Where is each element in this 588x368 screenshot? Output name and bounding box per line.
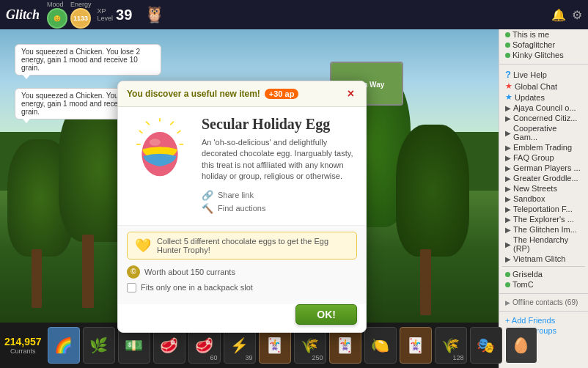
item-slot-9[interactable]: 🍋 [364,327,397,364]
find-auctions-action[interactable]: 🔨 Find auctions [202,203,357,214]
arrow-icon: ▶ [505,205,511,213]
sidebar-item-sofaglitcher[interactable]: Sofaglitcher [502,40,585,50]
quest-icon: 💛 [135,238,151,254]
sidebar-item-explorer[interactable]: ▶ The Explorer's ... [502,214,585,224]
online-dot-icon [505,282,510,287]
sidebar-item-updates[interactable]: ★ Updates [502,92,585,103]
sidebar-item-new-streets[interactable]: ▶ New Streets [502,183,585,194]
modal-header: You discover a useful new item! +30 ap × [118,81,366,107]
settings-icon[interactable]: ⚙ [572,8,582,22]
sidebar-divider-2 [502,266,585,267]
item-icon-13: 🥚 [512,336,530,354]
sidebar-item-global-chat[interactable]: ★ Global Chat [502,81,585,92]
modal-info: Secular Holiday Egg An 'oh-so-delicious'… [202,116,357,216]
checkbox-icon [127,283,136,292]
dot-icon [505,43,510,48]
arrow-icon: ▶ [505,195,511,203]
arrow-icon: ▶ [505,129,511,137]
sidebar-item-ajaya[interactable]: ▶ Ajaya Council o... [502,103,585,113]
sidebar-item-german[interactable]: ▶ German Players ... [502,163,585,173]
sidebar-item-hendarchy[interactable]: ▶ The Hendarchy (RP) [502,235,585,254]
item-icon-11: 🌾 [441,336,460,354]
arrow-icon: ▶ [505,114,511,122]
item-image [127,116,193,182]
item-icon-8: 🃏 [336,336,354,354]
add-friends-item[interactable]: + Add Friends [502,315,585,325]
item-slot-13[interactable]: 🥚 [505,327,537,364]
sidebar-item-tomc[interactable]: TomC [502,279,585,290]
sidebar-item-faq[interactable]: ▶ FAQ Group [502,152,585,163]
level-value: 39 [116,7,132,23]
sidebar-item-live-help[interactable]: ? Live Help [502,68,585,81]
owl-icon: 🦉 [141,1,167,28]
arrow-icon: ▶ [505,226,511,234]
modal-footer: OK! [118,304,366,332]
arrow-icon: ▶ [505,255,511,263]
arrow-icon: ▶ [505,240,511,249]
sidebar-item-emblem[interactable]: ▶ Emblem Trading [502,142,585,152]
item-icon-6: 🃏 [265,336,284,354]
sidebar-item-vietnam[interactable]: ▶ Vietnam Glitch [502,254,585,264]
notification-icon[interactable]: 🔔 [551,8,566,22]
svg-line-3 [146,121,150,125]
sidebar-item-cooperative[interactable]: ▶ Cooperative Gam... [502,123,585,142]
currency-amount: 214,957 [4,336,42,347]
item-count-5: 39 [246,354,253,361]
online-dot-icon [505,272,510,277]
arrow-icon: ▶ [505,164,511,172]
offline-contacts-item[interactable]: ▶ Offline contacts (69) [502,298,585,307]
item-slot-1[interactable]: 🌿 [83,327,115,364]
dot-icon [505,32,510,37]
nav-icons: 🔔 ⚙ [551,8,582,22]
arrow-icon: ▶ [505,216,511,224]
sidebar-item-teleportation[interactable]: ▶ Teleportation F... [502,204,585,214]
modal-bottom: 💛 Collect 5 different chocolate eggs to … [118,225,366,304]
sidebar-item-this-is-me[interactable]: This is me [502,29,585,40]
tree-4 [396,125,455,315]
modal-body: Secular Holiday Egg An 'oh-so-delicious'… [118,107,366,225]
sidebar-item-sandbox[interactable]: ▶ Sandbox [502,194,585,204]
modal-close-button[interactable]: × [345,87,357,100]
tree-1 [7,139,66,308]
top-bar: Glitch Mood 😊 Energy 1133 XP Level 39 🦉 … [0,0,588,29]
sidebar-item-kinky-glitches[interactable]: Kinky Glitches [502,50,585,60]
worth-row: © Worth about 150 currants [127,265,357,279]
question-icon: ? [505,69,511,80]
item-slot-12[interactable]: 🎭 [470,327,502,364]
currency-display: 214,957 Currants [4,336,42,355]
character-avatar[interactable]: 🦉 [139,0,169,29]
svg-line-1 [170,121,174,125]
dot-icon [505,53,510,58]
item-count-4: 60 [210,354,218,361]
sidebar-item-concerned[interactable]: ▶ Concerned Citiz... [502,113,585,123]
share-link-action[interactable]: 🔗 Share link [202,190,357,201]
item-icon-4: 🥩 [195,336,213,354]
auction-icon: 🔨 [202,203,213,214]
item-icon-12: 🎭 [477,336,495,354]
item-slot-11[interactable]: 🌾 128 [435,327,467,364]
svg-line-2 [177,130,181,133]
arrow-icon: ▶ [505,144,511,152]
quest-text: Collect 5 different chocolate eggs to ge… [157,237,349,254]
sidebar-offline-section: ▶ Offline contacts (69) [499,296,588,309]
item-count-7: 250 [312,354,323,361]
star-icon: ★ [505,81,512,91]
sidebar-profile-section: This is me Sofaglitcher Kinky Glitches [499,28,588,62]
mood-circle: 😊 [47,8,67,29]
item-slot-10[interactable]: 🃏 [400,327,432,364]
sidebar-item-greater[interactable]: ▶ Greater Groddle... [502,173,585,183]
egg-icon [131,118,189,180]
arrow-right-icon: ▶ [505,299,510,306]
xp-level-display: XP Level 39 [98,7,133,23]
sidebar-item-glitchen-im[interactable]: ▶ The Glitchen Im... [502,224,585,235]
xp-badge: +30 ap [265,89,299,99]
sidebar-divider-1 [499,64,588,65]
sidebar-item-griselda[interactable]: Griselda [502,269,585,279]
svg-point-9 [150,139,161,145]
ok-button[interactable]: OK! [295,304,357,325]
quest-banner: 💛 Collect 5 different chocolate eggs to … [127,232,357,260]
sidebar-nav-section: ? Live Help ★ Global Chat ★ Updates ▶ Aj… [499,67,588,291]
item-slot-0[interactable]: 🌈 [48,327,80,364]
item-icon-5: ⚡ [230,336,249,354]
tree-2 [59,95,117,308]
